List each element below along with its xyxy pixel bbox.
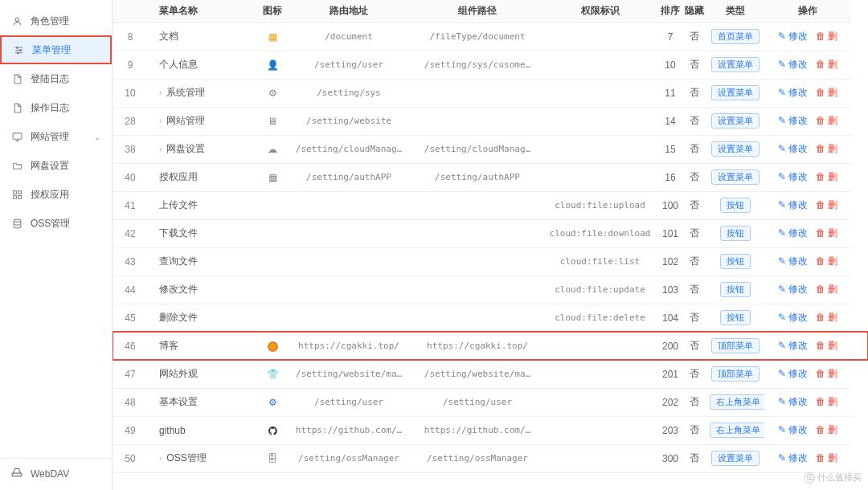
sidebar-item-4[interactable]: 网站管理 ⌄ [0,122,112,151]
cell-permission [542,79,658,107]
sidebar-item-7[interactable]: OSS管理 [0,209,112,238]
cell-component: /setting/authAPP [413,163,542,191]
cell-permission: cloud:file:download [542,219,658,247]
cell-route: /setting/user [285,388,413,416]
sidebar-item-0[interactable]: 角色管理 [0,6,112,35]
edit-button[interactable]: ✎ 修改 [778,312,808,323]
delete-button[interactable]: 🗑 删 [816,227,837,239]
cell-icon [260,416,285,444]
delete-button[interactable]: 🗑 删 [816,396,837,407]
cell-route: https://github.com/… [285,416,413,444]
type-tag: 右上角菜单 [710,423,764,438]
th-name: 菜单名称 [148,0,260,22]
delete-button[interactable]: 🗑 删 [816,424,837,435]
cell-permission [542,444,658,472]
cell-component [413,79,542,107]
expand-icon[interactable]: › [159,145,162,153]
sidebar: 角色管理 菜单管理 登陆日志 操作日志 网站管理 ⌄ 网盘设置 授权应用 OSS… [0,0,113,490]
type-tag: 顶部菜单 [711,366,760,382]
sidebar-item-label: 角色管理 [31,14,69,28]
cell-ops: ✎ 修改 🗑 删 [764,79,851,107]
sidebar-item-label: OSS管理 [31,217,70,231]
edit-button[interactable]: ✎ 修改 [778,143,808,154]
cell-sort: 11 [658,79,682,107]
expand-icon[interactable]: › [159,88,162,97]
sidebar-item-1[interactable]: 菜单管理 [0,35,112,64]
cell-id: 41 [113,191,148,219]
cell-component [413,219,542,247]
delete-button[interactable]: 🗑 删 [816,284,837,295]
delete-button[interactable]: 🗑 删 [816,59,837,70]
delete-button[interactable]: 🗑 删 [816,115,837,126]
edit-button[interactable]: ✎ 修改 [778,255,808,267]
type-tag: 设置菜单 [711,169,760,185]
cell-type: 右上角菜单 [706,388,764,416]
sidebar-item-6[interactable]: 授权应用 [0,180,112,209]
cell-hidden: 否 [682,304,706,332]
edit-button[interactable]: ✎ 修改 [778,115,808,126]
cell-ops: ✎ 修改 🗑 删 [764,276,851,304]
delete-button[interactable]: 🗑 删 [816,340,837,351]
sidebar-item-2[interactable]: 登陆日志 [0,64,112,93]
cell-component: /setting/ossManager [413,444,542,472]
edit-button[interactable]: ✎ 修改 [778,87,808,98]
svg-point-0 [15,18,18,21]
edit-button[interactable]: ✎ 修改 [778,368,808,379]
cell-type: 按钮 [706,191,764,219]
cell-id: 47 [113,360,148,388]
edit-button[interactable]: ✎ 修改 [778,396,808,407]
edit-button[interactable]: ✎ 修改 [778,284,808,295]
expand-icon[interactable]: › [159,454,162,463]
type-tag: 按钮 [720,198,751,213]
cell-id: 38 [113,135,148,163]
cell-id: 49 [113,416,148,444]
svg-rect-6 [18,190,21,194]
sidebar-item-label: 操作日志 [31,101,69,115]
edit-button[interactable]: ✎ 修改 [778,424,808,435]
cell-id: 10 [113,79,148,107]
delete-button[interactable]: 🗑 删 [816,452,837,463]
edit-button[interactable]: ✎ 修改 [778,31,808,42]
delete-button[interactable]: 🗑 删 [816,87,837,98]
delete-button[interactable]: 🗑 删 [816,255,837,267]
cell-type: 按钮 [706,304,764,332]
edit-button[interactable]: ✎ 修改 [778,340,808,351]
th-route: 路由地址 [285,0,413,22]
cell-hidden: 否 [682,22,706,51]
sidebar-item-label: 网盘设置 [31,159,69,173]
edit-button[interactable]: ✎ 修改 [778,452,808,463]
cell-name: 博客 [148,332,260,360]
svg-rect-7 [13,195,16,198]
cell-name: ›网站管理 [148,107,260,135]
delete-button[interactable]: 🗑 删 [816,312,837,323]
edit-button[interactable]: ✎ 修改 [778,59,808,70]
cell-name: 授权应用 [148,163,260,191]
cell-sort: 202 [658,388,682,416]
edit-button[interactable]: ✎ 修改 [778,171,808,182]
cell-ops: ✎ 修改 🗑 删 [764,219,851,247]
delete-button[interactable]: 🗑 删 [816,368,837,379]
sidebar-bottom-item[interactable]: WebDAV [0,458,112,490]
th-id [113,0,148,22]
delete-button[interactable]: 🗑 删 [816,171,837,182]
th-permission: 权限标识 [542,0,658,22]
cell-icon [260,276,285,304]
sidebar-item-3[interactable]: 操作日志 [0,93,112,122]
sidebar-item-5[interactable]: 网盘设置 [0,151,112,180]
expand-icon[interactable]: › [159,116,162,125]
cell-type: 右上角菜单 [706,416,764,444]
delete-button[interactable]: 🗑 删 [816,143,837,154]
delete-button[interactable]: 🗑 删 [816,31,837,42]
cell-hidden: 否 [682,219,706,247]
cell-component: /setting/user [413,388,542,416]
delete-button[interactable]: 🗑 删 [816,199,837,210]
cell-name: 个人信息 [148,51,260,79]
cell-name: 删除文件 [148,304,260,332]
cell-permission [542,135,658,163]
cell-permission [542,416,658,444]
cell-type: 设置菜单 [706,51,764,79]
cell-icon: ▦ [260,163,285,191]
edit-button[interactable]: ✎ 修改 [778,199,808,210]
edit-button[interactable]: ✎ 修改 [778,227,808,239]
cell-hidden: 否 [682,163,706,191]
